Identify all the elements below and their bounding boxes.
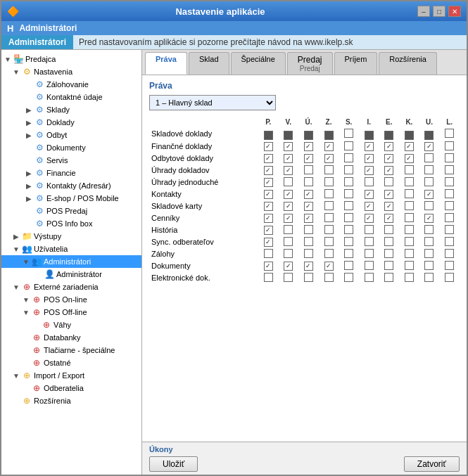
checkbox-12-9[interactable] bbox=[445, 273, 454, 282]
checkbox-4-4[interactable] bbox=[344, 177, 353, 186]
checkbox-12-7[interactable] bbox=[405, 273, 414, 282]
checkbox-4-8[interactable] bbox=[424, 177, 434, 186]
checkbox-9-9[interactable] bbox=[445, 237, 454, 246]
checkbox-4-9[interactable] bbox=[445, 177, 454, 186]
checkbox-7-9[interactable] bbox=[445, 213, 454, 222]
checkbox-4-5[interactable] bbox=[365, 177, 374, 186]
checkbox-12-4[interactable] bbox=[344, 273, 353, 282]
sidebar-item-kontaktne-udaje[interactable]: ⚙ Kontaktné údaje bbox=[1, 91, 141, 103]
checkbox-11-8[interactable] bbox=[424, 261, 434, 270]
sidebar-item-vahy[interactable]: ⊕ Váhy bbox=[1, 319, 141, 331]
checkbox-0-3[interactable] bbox=[324, 131, 334, 140]
checkbox-6-7[interactable] bbox=[405, 201, 414, 210]
checkbox-11-9[interactable] bbox=[445, 261, 454, 270]
sidebar-item-odbyt[interactable]: ▶ ⚙ Odbyt bbox=[1, 129, 141, 141]
checkbox-4-6[interactable] bbox=[384, 177, 393, 186]
checkbox-10-1[interactable] bbox=[284, 249, 293, 258]
tab-specialne[interactable]: Špeciálne bbox=[231, 52, 286, 75]
checkbox-1-0[interactable] bbox=[264, 142, 273, 151]
checkbox-10-6[interactable] bbox=[384, 249, 393, 258]
checkbox-12-5[interactable] bbox=[365, 273, 374, 282]
checkbox-4-3[interactable] bbox=[324, 177, 334, 186]
checkbox-3-2[interactable] bbox=[304, 165, 313, 174]
checkbox-8-1[interactable] bbox=[284, 225, 293, 234]
checkbox-9-1[interactable] bbox=[284, 237, 293, 246]
checkbox-9-4[interactable] bbox=[344, 237, 353, 246]
checkbox-5-5[interactable] bbox=[365, 190, 374, 199]
sidebar-item-pos-online[interactable]: ▼ ⊕ POS On-line bbox=[1, 293, 141, 306]
checkbox-4-0[interactable] bbox=[264, 178, 273, 187]
checkbox-2-1[interactable] bbox=[284, 154, 293, 163]
checkbox-5-6[interactable] bbox=[384, 190, 393, 199]
checkbox-0-4[interactable] bbox=[344, 129, 353, 138]
tab-sklad[interactable]: Sklad bbox=[189, 52, 229, 75]
checkbox-3-5[interactable] bbox=[365, 166, 374, 175]
checkbox-6-2[interactable] bbox=[304, 202, 313, 211]
checkbox-10-0[interactable] bbox=[264, 249, 273, 258]
checkbox-8-0[interactable] bbox=[264, 226, 273, 235]
checkbox-6-3[interactable] bbox=[324, 201, 334, 210]
checkbox-3-9[interactable] bbox=[445, 165, 454, 174]
checkbox-9-0[interactable] bbox=[264, 238, 273, 247]
checkbox-5-0[interactable] bbox=[264, 190, 273, 199]
sidebar-item-eshop[interactable]: ▶ ⚙ E-shop / POS Mobile bbox=[1, 192, 141, 205]
checkbox-5-9[interactable] bbox=[445, 189, 454, 198]
checkbox-9-7[interactable] bbox=[405, 237, 414, 246]
checkbox-9-3[interactable] bbox=[324, 237, 334, 246]
checkbox-11-3[interactable] bbox=[324, 262, 334, 271]
checkbox-8-2[interactable] bbox=[304, 225, 313, 234]
checkbox-3-3[interactable] bbox=[324, 165, 334, 174]
checkbox-6-1[interactable] bbox=[284, 202, 293, 211]
checkbox-2-6[interactable] bbox=[384, 154, 393, 163]
checkbox-1-3[interactable] bbox=[324, 142, 334, 151]
minimize-button[interactable]: – bbox=[417, 6, 430, 17]
checkbox-6-5[interactable] bbox=[365, 202, 374, 211]
checkbox-8-3[interactable] bbox=[324, 225, 334, 234]
checkbox-7-4[interactable] bbox=[344, 213, 353, 222]
close-button[interactable]: Zatvoriť bbox=[404, 456, 460, 472]
tab-prava[interactable]: Práva bbox=[145, 52, 187, 75]
checkbox-4-1[interactable] bbox=[284, 177, 293, 186]
checkbox-8-9[interactable] bbox=[445, 225, 454, 234]
checkbox-12-8[interactable] bbox=[424, 273, 434, 282]
checkbox-1-8[interactable] bbox=[424, 142, 434, 151]
checkbox-5-1[interactable] bbox=[284, 190, 293, 199]
checkbox-2-4[interactable] bbox=[344, 153, 353, 162]
tab-predaj[interactable]: Predaj Predaj bbox=[287, 52, 333, 75]
checkbox-11-6[interactable] bbox=[384, 261, 393, 270]
sidebar-item-vystupy[interactable]: ▶ 📁 Výstupy bbox=[1, 230, 141, 243]
checkbox-6-8[interactable] bbox=[424, 201, 434, 210]
checkbox-7-8[interactable] bbox=[424, 214, 434, 223]
checkbox-2-7[interactable] bbox=[405, 154, 414, 163]
checkbox-10-9[interactable] bbox=[445, 249, 454, 258]
sidebar-item-doklady[interactable]: ▶ ⚙ Doklady bbox=[1, 116, 141, 129]
checkbox-8-8[interactable] bbox=[424, 225, 434, 234]
checkbox-10-4[interactable] bbox=[344, 249, 353, 258]
checkbox-0-8[interactable] bbox=[424, 131, 434, 140]
sidebar-item-kontakty[interactable]: ▶ ⚙ Kontakty (Adresár) bbox=[1, 179, 141, 192]
checkbox-9-2[interactable] bbox=[304, 237, 313, 246]
checkbox-1-9[interactable] bbox=[445, 141, 454, 150]
checkbox-7-2[interactable] bbox=[304, 214, 313, 223]
checkbox-9-6[interactable] bbox=[384, 237, 393, 246]
checkbox-6-4[interactable] bbox=[344, 201, 353, 210]
checkbox-8-6[interactable] bbox=[384, 225, 393, 234]
sidebar-item-odberatelia[interactable]: ⊕ Odberatelia bbox=[1, 382, 141, 394]
checkbox-2-0[interactable] bbox=[264, 154, 273, 163]
checkbox-2-5[interactable] bbox=[365, 154, 374, 163]
sidebar-item-administrator[interactable]: 👤 Administrátor bbox=[1, 268, 141, 281]
checkbox-12-0[interactable] bbox=[264, 273, 273, 282]
checkbox-10-2[interactable] bbox=[304, 249, 313, 258]
checkbox-3-6[interactable] bbox=[384, 166, 393, 175]
sidebar-item-nastavenia[interactable]: ▼ ⚙ Nastavenia bbox=[1, 65, 141, 78]
checkbox-6-9[interactable] bbox=[445, 201, 454, 210]
checkbox-0-6[interactable] bbox=[384, 131, 393, 140]
checkbox-1-7[interactable] bbox=[405, 142, 414, 151]
sidebar-item-databanky[interactable]: ⊕ Databanky bbox=[1, 331, 141, 344]
close-button[interactable]: ✕ bbox=[448, 6, 461, 17]
checkbox-0-7[interactable] bbox=[405, 131, 414, 140]
checkbox-2-3[interactable] bbox=[324, 154, 334, 163]
checkbox-12-2[interactable] bbox=[304, 273, 313, 282]
sidebar-item-pouzivatelia[interactable]: ▼ 👥 Užívatelia bbox=[1, 243, 141, 255]
checkbox-7-0[interactable] bbox=[264, 214, 273, 223]
